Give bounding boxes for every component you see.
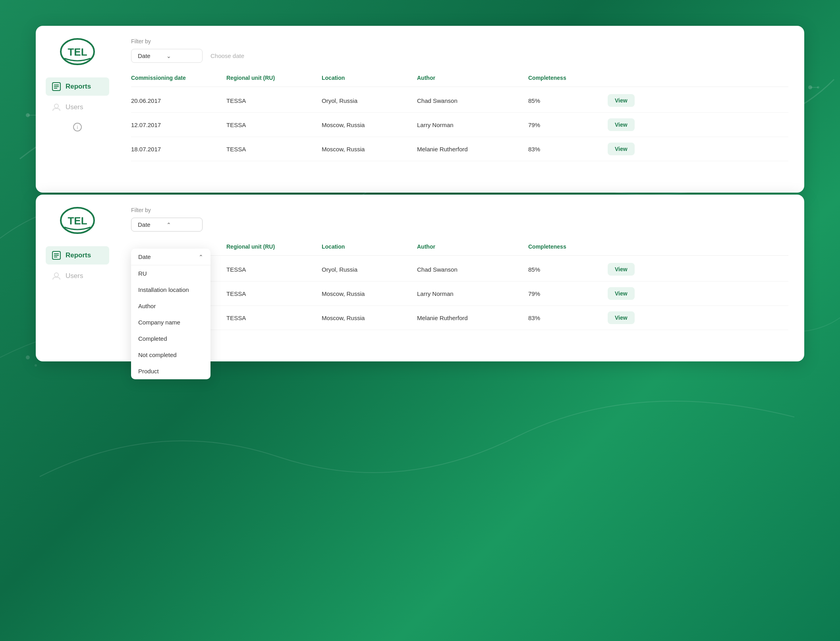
sidebar-item-users-bottom[interactable]: Users bbox=[46, 267, 109, 285]
svg-point-14 bbox=[54, 104, 58, 108]
filter-label-top: Filter by bbox=[131, 38, 151, 44]
td-completeness-2-bottom: 79% bbox=[528, 290, 608, 297]
svg-point-4 bbox=[817, 86, 819, 89]
th-author-bottom: Author bbox=[417, 242, 528, 251]
th-ru-bottom: Regional unit (RU) bbox=[226, 242, 322, 251]
td-ru-2-top: TESSA bbox=[226, 122, 322, 128]
users-icon-bottom bbox=[51, 271, 62, 281]
reports-label-top: Reports bbox=[66, 83, 91, 91]
filter-label-bottom: Filter by bbox=[131, 207, 151, 213]
sidebar-item-reports-bottom[interactable]: Reports bbox=[46, 246, 109, 265]
svg-point-0 bbox=[26, 113, 30, 117]
table-header-bottom: Commissioning date Regional unit (RU) Lo… bbox=[131, 242, 788, 256]
dropdown-item-company-name[interactable]: Company name bbox=[131, 314, 210, 330]
users-label-bottom: Users bbox=[66, 272, 83, 280]
sidebar-top: TEL Reports bbox=[36, 26, 119, 193]
td-location-3-top: Moscow, Russia bbox=[322, 146, 417, 153]
td-completeness-1-top: 85% bbox=[528, 97, 608, 104]
reports-icon-bottom bbox=[51, 250, 62, 261]
chevron-up-icon-dropdown: ⌃ bbox=[199, 254, 203, 260]
view-button-2-bottom[interactable]: View bbox=[608, 287, 635, 300]
th-ru-top: Regional unit (RU) bbox=[226, 73, 322, 83]
chevron-down-icon-top: ⌄ bbox=[166, 53, 171, 59]
th-date-top: Commissioning date bbox=[131, 73, 226, 83]
dropdown-item-author[interactable]: Author bbox=[131, 298, 210, 314]
view-button-1-top[interactable]: View bbox=[608, 94, 635, 107]
table-row-3-top: 18.07.2017 TESSA Moscow, Russia Melanie … bbox=[131, 137, 788, 161]
td-action-2-bottom: View bbox=[608, 287, 647, 300]
td-date-3-top: 18.07.2017 bbox=[131, 146, 226, 153]
table-row-1-bottom: 20.06.2017 TESSA Oryol, Russia Chad Swan… bbox=[131, 257, 788, 282]
th-completeness-top: Completeness bbox=[528, 73, 608, 83]
td-completeness-3-bottom: 83% bbox=[528, 315, 608, 321]
table-row-2-top: 12.07.2017 TESSA Moscow, Russia Larry No… bbox=[131, 113, 788, 137]
th-completeness-bottom: Completeness bbox=[528, 242, 608, 251]
filter-row-bottom: Date ⌃ Date ⌃ RU Installation location A… bbox=[131, 218, 788, 232]
td-location-1-bottom: Oryol, Russia bbox=[322, 266, 417, 273]
td-action-1-bottom: View bbox=[608, 263, 647, 276]
dropdown-item-installation-location[interactable]: Installation location bbox=[131, 282, 210, 298]
svg-point-3 bbox=[808, 85, 812, 89]
td-author-3-top: Melanie Rutherford bbox=[417, 146, 528, 153]
svg-text:TEL: TEL bbox=[68, 46, 87, 58]
view-button-2-top[interactable]: View bbox=[608, 118, 635, 131]
main-content-bottom: Filter by Date ⌃ Date ⌃ RU Installation … bbox=[119, 195, 804, 361]
filter-row-top: Date ⌄ Choose date bbox=[131, 49, 788, 63]
td-ru-1-top: TESSA bbox=[226, 97, 322, 104]
th-action-bottom bbox=[608, 242, 647, 251]
view-button-3-bottom[interactable]: View bbox=[608, 311, 635, 324]
card-top: TEL Reports bbox=[36, 26, 804, 193]
td-completeness-1-bottom: 85% bbox=[528, 266, 608, 273]
td-date-2-top: 12.07.2017 bbox=[131, 122, 226, 128]
svg-point-7 bbox=[35, 364, 37, 367]
reports-label-bottom: Reports bbox=[66, 251, 91, 259]
svg-text:i: i bbox=[77, 124, 78, 130]
filter-select-bottom[interactable]: Date ⌃ bbox=[131, 218, 203, 232]
card-bottom: TEL Reports bbox=[36, 195, 804, 361]
dropdown-header-bottom[interactable]: Date ⌃ bbox=[131, 249, 210, 265]
td-location-3-bottom: Moscow, Russia bbox=[322, 315, 417, 321]
view-button-3-top[interactable]: View bbox=[608, 143, 635, 155]
dropdown-item-completed[interactable]: Completed bbox=[131, 330, 210, 347]
td-location-2-bottom: Moscow, Russia bbox=[322, 290, 417, 297]
sidebar-item-reports-top[interactable]: Reports bbox=[46, 77, 109, 96]
td-author-1-bottom: Chad Swanson bbox=[417, 266, 528, 273]
td-location-2-top: Moscow, Russia bbox=[322, 122, 417, 128]
dropdown-item-not-completed[interactable]: Not completed bbox=[131, 347, 210, 363]
svg-point-23 bbox=[54, 273, 58, 277]
th-author-top: Author bbox=[417, 73, 528, 83]
th-action-top bbox=[608, 73, 647, 83]
td-completeness-3-top: 83% bbox=[528, 146, 608, 153]
filter-select-top[interactable]: Date ⌄ bbox=[131, 49, 203, 63]
th-location-top: Location bbox=[322, 73, 417, 83]
dropdown-menu-bottom: Date ⌃ RU Installation location Author C… bbox=[131, 249, 210, 379]
dropdown-item-ru[interactable]: RU bbox=[131, 265, 210, 282]
td-action-3-bottom: View bbox=[608, 311, 647, 324]
view-button-1-bottom[interactable]: View bbox=[608, 263, 635, 276]
main-content-top: Filter by Date ⌄ Choose date Commissioni… bbox=[119, 26, 804, 193]
td-ru-2-bottom: TESSA bbox=[226, 290, 322, 297]
choose-date-top[interactable]: Choose date bbox=[210, 49, 244, 62]
td-author-2-top: Larry Norman bbox=[417, 122, 528, 128]
filter-select-wrapper-bottom: Date ⌃ Date ⌃ RU Installation location A… bbox=[131, 218, 203, 232]
sidebar-item-users-top[interactable]: Users bbox=[46, 98, 109, 116]
info-icon-top[interactable]: i bbox=[72, 122, 83, 132]
td-ru-3-top: TESSA bbox=[226, 146, 322, 153]
table-header-top: Commissioning date Regional unit (RU) Lo… bbox=[131, 73, 788, 87]
filter-select-label-top: Date bbox=[138, 52, 151, 59]
td-ru-3-bottom: TESSA bbox=[226, 315, 322, 321]
td-action-2-top: View bbox=[608, 118, 647, 131]
svg-text:TEL: TEL bbox=[68, 215, 87, 227]
td-author-1-top: Chad Swanson bbox=[417, 97, 528, 104]
td-date-1-top: 20.06.2017 bbox=[131, 97, 226, 104]
td-ru-1-bottom: TESSA bbox=[226, 266, 322, 273]
td-location-1-top: Oryol, Russia bbox=[322, 97, 417, 104]
td-action-3-top: View bbox=[608, 143, 647, 155]
sidebar-bottom: TEL Reports bbox=[36, 195, 119, 361]
dropdown-item-product[interactable]: Product bbox=[131, 363, 210, 379]
td-author-3-bottom: Melanie Rutherford bbox=[417, 315, 528, 321]
td-completeness-2-top: 79% bbox=[528, 122, 608, 128]
users-icon-top bbox=[51, 102, 62, 112]
table-row-1-top: 20.06.2017 TESSA Oryol, Russia Chad Swan… bbox=[131, 89, 788, 113]
reports-icon-top bbox=[51, 81, 62, 92]
